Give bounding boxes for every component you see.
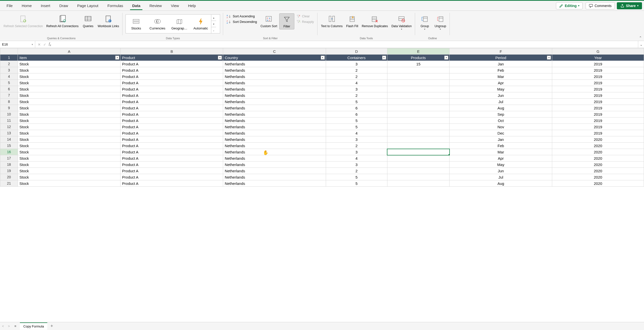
cell-E12[interactable] (387, 124, 450, 130)
remove-duplicates-button[interactable]: Remove Duplicates (360, 13, 389, 29)
cell-D15[interactable]: 2 (326, 143, 387, 149)
cell-E2[interactable]: 15 (387, 61, 450, 67)
share-button[interactable]: Share ▾ (617, 2, 642, 9)
expand-formula-bar-button[interactable]: ⌄ (638, 41, 644, 48)
menu-tab-insert[interactable]: Insert (36, 2, 55, 10)
cell-D4[interactable]: 2 (326, 73, 387, 80)
cell-E11[interactable] (387, 117, 450, 124)
queries-button[interactable]: Queries (80, 13, 96, 29)
cell-G11[interactable]: 2019 (552, 117, 644, 124)
filter-dropdown-icon[interactable]: ▾ (382, 56, 386, 60)
cell-D13[interactable]: 4 (326, 130, 387, 136)
cell-B15[interactable]: Product A (120, 143, 223, 149)
cell-F12[interactable]: Nov (450, 124, 552, 130)
cell-A12[interactable]: Stock (18, 124, 120, 130)
cell-D19[interactable]: 2 (326, 168, 387, 174)
cell-E13[interactable] (387, 130, 450, 136)
cell-A2[interactable]: Stock (18, 61, 120, 67)
cell-B7[interactable]: Product A (120, 92, 223, 99)
cell-B13[interactable]: Product A (120, 130, 223, 136)
formula-input[interactable] (53, 43, 638, 46)
column-header-E[interactable]: E (387, 48, 450, 55)
name-box[interactable]: ▾ (0, 41, 35, 48)
cell-E17[interactable] (387, 155, 450, 161)
text-to-columns-button[interactable]: Text to Columns (319, 13, 344, 29)
cell-E7[interactable] (387, 92, 450, 99)
cell-F10[interactable]: Sep (450, 111, 552, 117)
row-header-1[interactable]: 1 (0, 55, 18, 61)
all-sheets-button[interactable]: ≡ (12, 324, 19, 328)
cell-G10[interactable]: 2019 (552, 111, 644, 117)
cell-C16[interactable]: Netherlands (223, 149, 326, 155)
cell-C13[interactable]: Netherlands (223, 130, 326, 136)
cell-E10[interactable] (387, 111, 450, 117)
cell-G19[interactable]: 2020 (552, 168, 644, 174)
cell-G7[interactable]: 2019 (552, 92, 644, 99)
datatype-automatic[interactable]: Automatic (190, 15, 211, 33)
cell-B16[interactable]: Product A (120, 149, 223, 155)
cell-C11[interactable]: Netherlands (223, 117, 326, 124)
add-sheet-button[interactable]: + (47, 323, 56, 329)
cell-D5[interactable]: 4 (326, 80, 387, 86)
filter-button[interactable]: Filter (279, 13, 294, 29)
cell-F20[interactable]: Jul (450, 174, 552, 180)
cell-D2[interactable]: 3 (326, 61, 387, 67)
cell-B11[interactable]: Product A (120, 117, 223, 124)
cell-D21[interactable]: 5 (326, 180, 387, 187)
menu-tab-home[interactable]: Home (17, 2, 36, 10)
column-header-D[interactable]: D (326, 48, 387, 55)
cell-B14[interactable]: Product A (120, 136, 223, 143)
row-header-7[interactable]: 7 (0, 92, 18, 99)
cell-F16[interactable]: Mar (450, 149, 552, 155)
cell-F7[interactable]: Jun (450, 92, 552, 99)
cell-G14[interactable]: 2020 (552, 136, 644, 143)
cell-D18[interactable]: 3 (326, 161, 387, 168)
row-header-12[interactable]: 12 (0, 124, 18, 130)
table-header-cell[interactable]: Country▾ (223, 55, 326, 61)
cell-G5[interactable]: 2019 (552, 80, 644, 86)
cell-A5[interactable]: Stock (18, 80, 120, 86)
cell-G16[interactable]: 2020 (552, 149, 644, 155)
row-header-6[interactable]: 6 (0, 86, 18, 92)
cell-F14[interactable]: Jan (450, 136, 552, 143)
row-header-13[interactable]: 13 (0, 130, 18, 136)
refresh-all-button[interactable]: Refresh All Connections (45, 13, 80, 29)
cell-C12[interactable]: Netherlands (223, 124, 326, 130)
cell-D17[interactable]: 4 (326, 155, 387, 161)
cell-C21[interactable]: Netherlands (223, 180, 326, 187)
column-header-G[interactable]: G (552, 48, 644, 55)
row-header-2[interactable]: 2 (0, 61, 18, 67)
row-header-5[interactable]: 5 (0, 80, 18, 86)
cell-A3[interactable]: Stock (18, 67, 120, 73)
cancel-formula-button[interactable]: ✕ (38, 43, 41, 47)
column-header-F[interactable]: F (450, 48, 552, 55)
cell-A21[interactable]: Stock (18, 180, 120, 187)
cell-E3[interactable] (387, 67, 450, 73)
cell-E19[interactable] (387, 168, 450, 174)
sheet-tab-active[interactable]: Copy Formula (20, 322, 48, 330)
row-header-14[interactable]: 14 (0, 136, 18, 143)
menu-tab-data[interactable]: Data (128, 2, 145, 10)
cell-A10[interactable]: Stock (18, 111, 120, 117)
cell-C3[interactable]: Netherlands (223, 67, 326, 73)
datatype-stocks[interactable]: Stocks (126, 15, 146, 33)
sort-ascending-button[interactable]: AZSort Ascending (225, 14, 258, 19)
filter-dropdown-icon[interactable]: ▾ (218, 56, 222, 60)
filter-dropdown-icon[interactable]: ▾ (444, 56, 448, 60)
row-header-8[interactable]: 8 (0, 99, 18, 105)
cell-G3[interactable]: 2019 (552, 67, 644, 73)
cell-G9[interactable]: 2019 (552, 105, 644, 111)
cell-C5[interactable]: Netherlands (223, 80, 326, 86)
menu-tab-draw[interactable]: Draw (55, 2, 73, 10)
cell-F8[interactable]: Jul (450, 99, 552, 105)
row-header-20[interactable]: 20 (0, 174, 18, 180)
column-header-A[interactable]: A (18, 48, 120, 55)
cell-E14[interactable] (387, 136, 450, 143)
cell-C2[interactable]: Netherlands (223, 61, 326, 67)
cell-E4[interactable] (387, 73, 450, 80)
cell-B12[interactable]: Product A (120, 124, 223, 130)
row-header-3[interactable]: 3 (0, 67, 18, 73)
table-header-cell[interactable]: Year (552, 55, 644, 61)
table-header-cell[interactable]: Item▾ (18, 55, 120, 61)
cell-G8[interactable]: 2019 (552, 99, 644, 105)
